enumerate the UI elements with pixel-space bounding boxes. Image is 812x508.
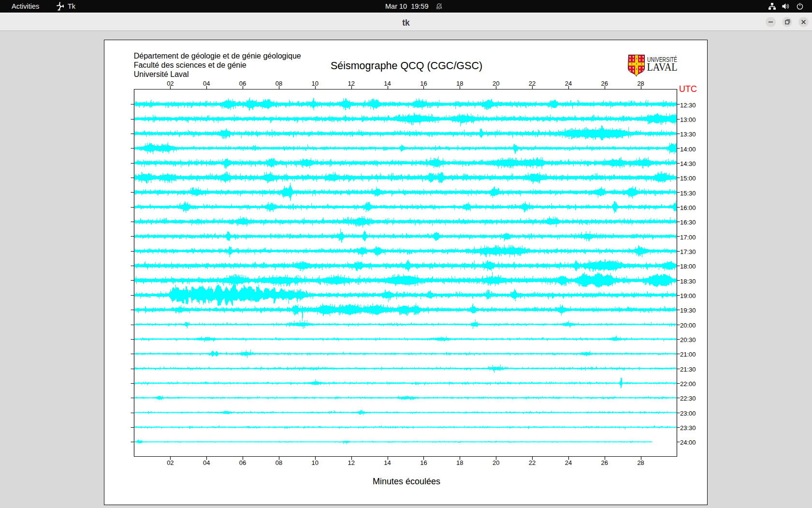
svg-text:LAVAL: LAVAL [647,61,678,73]
